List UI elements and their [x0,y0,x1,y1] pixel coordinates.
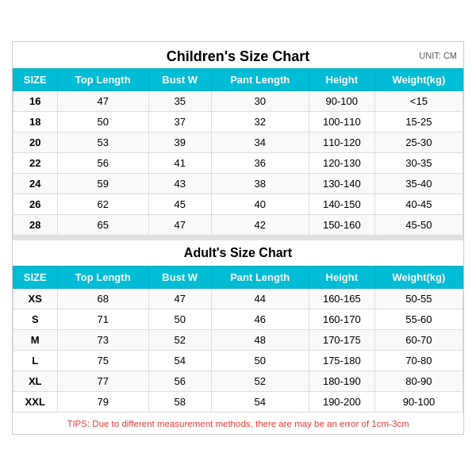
table-cell: 56 [148,371,211,392]
tips-row: TIPS: Due to different measurement metho… [13,413,463,434]
table-cell: S [13,309,58,330]
table-cell: 42 [211,215,309,236]
table-cell: 79 [57,392,148,413]
table-row: 22564136120-13030-35 [13,153,463,174]
table-cell: 40-45 [374,194,463,215]
table-cell: 47 [148,289,211,309]
table-cell: 65 [57,215,148,236]
table-cell: 100-110 [309,112,374,132]
table-cell: 47 [148,215,211,236]
table-cell: 54 [148,351,211,371]
table-cell: 80-90 [374,371,463,392]
table-cell: 160-165 [309,289,374,309]
table-cell: XS [13,289,58,309]
table-row: 24594338130-14035-40 [13,174,463,194]
table-cell: 190-200 [309,392,374,413]
table-row: XS684744160-16550-55 [13,289,463,309]
table-cell: 73 [57,330,148,351]
table-cell: 39 [148,132,211,153]
table-cell: 90-100 [309,91,374,112]
table-cell: 18 [13,112,58,132]
table-row: 20533934110-12025-30 [13,132,463,153]
adult-header-cell: Weight(kg) [374,267,463,289]
table-cell: 170-175 [309,330,374,351]
size-chart-container: Children's Size Chart UNIT: CM SIZETop L… [12,41,464,435]
table-cell: 36 [211,153,309,174]
table-cell: 150-160 [309,215,374,236]
table-cell: 28 [13,215,58,236]
table-row: L755450175-18070-80 [13,351,463,371]
adult-header-cell: Height [309,267,374,289]
adult-title-row: Adult's Size Chart [13,240,463,266]
table-cell: 32 [211,112,309,132]
table-cell: 52 [211,371,309,392]
table-cell: 130-140 [309,174,374,194]
children-header-cell: Bust W [148,69,211,91]
table-row: XL775652180-19080-90 [13,371,463,392]
table-cell: 16 [13,91,58,112]
table-row: 26624540140-15040-45 [13,194,463,215]
table-cell: 34 [211,132,309,153]
table-cell: 47 [57,91,148,112]
table-cell: 50 [57,112,148,132]
table-cell: 24 [13,174,58,194]
table-cell: 58 [148,392,211,413]
table-row: 1647353090-100<15 [13,91,463,112]
table-cell: 50 [211,351,309,371]
table-cell: 45-50 [374,215,463,236]
table-cell: 43 [148,174,211,194]
table-cell: 62 [57,194,148,215]
table-cell: XXL [13,392,58,413]
table-cell: 53 [57,132,148,153]
adult-header-row: SIZETop LengthBust WPant LengthHeightWei… [13,267,463,289]
unit-label: UNIT: CM [419,51,457,60]
table-cell: 22 [13,153,58,174]
table-cell: 41 [148,153,211,174]
children-header-cell: Top Length [57,69,148,91]
table-cell: <15 [374,91,463,112]
adult-header-cell: SIZE [13,267,58,289]
table-cell: 37 [148,112,211,132]
main-title: Children's Size Chart [167,48,309,64]
table-cell: 90-100 [374,392,463,413]
tips-text: TIPS: Due to different measurement metho… [67,419,409,428]
children-header-row: SIZETop LengthBust WPant LengthHeightWei… [13,69,463,91]
adult-header-cell: Pant Length [211,267,309,289]
table-row: 18503732100-11015-25 [13,112,463,132]
table-row: XXL795854190-20090-100 [13,392,463,413]
table-row: S715046160-17055-60 [13,309,463,330]
table-cell: 50-55 [374,289,463,309]
table-cell: 140-150 [309,194,374,215]
table-cell: 75 [57,351,148,371]
table-cell: 77 [57,371,148,392]
table-cell: 180-190 [309,371,374,392]
table-cell: 71 [57,309,148,330]
children-header-cell: SIZE [13,69,58,91]
table-cell: M [13,330,58,351]
table-cell: 38 [211,174,309,194]
table-cell: 15-25 [374,112,463,132]
table-cell: 30 [211,91,309,112]
table-cell: 56 [57,153,148,174]
table-cell: L [13,351,58,371]
table-cell: 40 [211,194,309,215]
table-cell: 70-80 [374,351,463,371]
children-header-cell: Pant Length [211,69,309,91]
table-cell: 44 [211,289,309,309]
adult-title: Adult's Size Chart [184,246,292,259]
main-title-row: Children's Size Chart UNIT: CM [13,42,463,68]
table-cell: 110-120 [309,132,374,153]
table-cell: 48 [211,330,309,351]
adult-table: SIZETop LengthBust WPant LengthHeightWei… [13,266,463,413]
adult-header-cell: Top Length [57,267,148,289]
table-cell: 60-70 [374,330,463,351]
table-cell: 46 [211,309,309,330]
table-row: M735248170-17560-70 [13,330,463,351]
table-row: 28654742150-16045-50 [13,215,463,236]
adult-header-cell: Bust W [148,267,211,289]
table-cell: 175-180 [309,351,374,371]
table-cell: 30-35 [374,153,463,174]
table-cell: 54 [211,392,309,413]
table-cell: 68 [57,289,148,309]
table-cell: 35-40 [374,174,463,194]
